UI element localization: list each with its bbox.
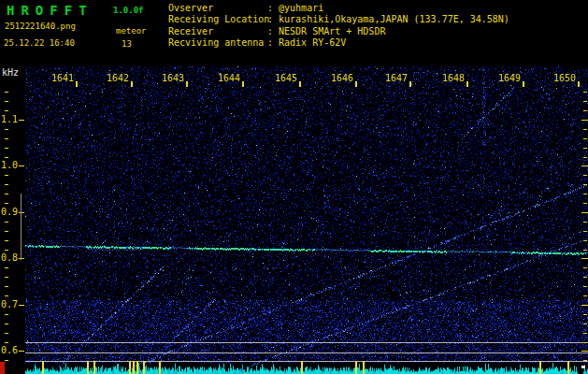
freq-minor-tick: [5, 92, 8, 93]
search-band-marker-line: [21, 194, 22, 260]
freq-minor-tick-right: [583, 138, 587, 139]
info-row-label: Ovserver: [168, 3, 267, 13]
freq-minor-tick: [5, 295, 8, 296]
freq-major-tick: [19, 212, 24, 213]
freq-minor-tick: [5, 286, 8, 287]
freq-axis-unit-label: kHz: [2, 67, 19, 78]
time-tick-label-1644: 1644: [208, 73, 240, 83]
freq-minor-tick-right: [583, 342, 587, 343]
time-tick-label-1649: 1649: [489, 73, 521, 83]
info-row-value: : kurashiki,Okayama,JAPAN (133.77E, 34.5…: [267, 14, 509, 24]
meteor-counter-label: meteor: [116, 26, 147, 36]
freq-minor-tick: [5, 360, 8, 361]
freq-minor-tick-right: [583, 92, 587, 93]
freq-minor-tick-right: [583, 129, 587, 130]
observation-datetime: 25.12.22 16:40: [4, 38, 75, 48]
freq-minor-tick-right: [583, 101, 587, 102]
freq-minor-tick-right: [583, 184, 587, 185]
freq-tick-label-1.1: 1.1: [0, 114, 18, 124]
freq-minor-tick-right: [583, 231, 587, 232]
freq-minor-tick-right: [583, 240, 587, 241]
freq-minor-tick: [5, 333, 8, 334]
freq-minor-tick-right: [583, 175, 587, 176]
freq-minor-tick: [5, 324, 8, 324]
time-tick: [76, 81, 78, 87]
time-tick-label-1641: 1641: [42, 73, 74, 83]
time-tick-label-1647: 1647: [376, 73, 408, 83]
time-tick: [131, 81, 133, 87]
freq-minor-tick-right: [583, 222, 587, 223]
info-row-label: Recviving antenna: [168, 37, 267, 48]
freq-minor-tick-right: [583, 333, 587, 334]
app-title: HROFFT: [7, 3, 93, 18]
freq-minor-tick: [5, 184, 8, 185]
meteor-counter-value: 13: [122, 39, 132, 49]
freq-minor-tick: [5, 101, 8, 102]
freq-major-tick-right: [581, 212, 588, 213]
time-tick-label-1643: 1643: [152, 73, 184, 83]
freq-minor-tick-right: [583, 148, 587, 149]
time-tick: [578, 81, 580, 87]
freq-minor-tick-right: [583, 277, 587, 278]
app-version: 1.0.0f: [113, 6, 144, 15]
info-row-value: : @yuhmari: [267, 3, 323, 13]
time-tick: [242, 81, 244, 87]
red-corner-mark: [0, 362, 5, 374]
hrofft-screen: { "titlebar": { "app_title": "HROFFT", "…: [0, 0, 588, 374]
freq-tick-label-0.8: 0.8: [0, 252, 18, 263]
time-tick-label-1650: 1650: [544, 73, 576, 83]
time-tick: [186, 81, 188, 87]
freq-major-tick: [19, 305, 24, 306]
freq-major-tick: [19, 351, 24, 352]
freq-minor-tick-right: [583, 194, 587, 194]
freq-minor-tick: [5, 231, 8, 232]
spectrogram-canvas: [25, 66, 588, 374]
info-row-recviving-antenna: Recviving antenna: Radix RY-62V: [168, 37, 346, 48]
freq-minor-tick-right: [583, 157, 587, 158]
freq-major-tick-right: [581, 120, 588, 121]
freq-minor-tick-right: [583, 110, 587, 111]
freq-major-tick: [19, 258, 24, 259]
freq-minor-tick: [5, 240, 8, 241]
time-tick: [409, 81, 411, 87]
freq-minor-tick-right: [583, 203, 587, 204]
freq-minor-tick: [5, 250, 8, 251]
time-tick: [523, 81, 524, 87]
freq-minor-tick-right: [583, 286, 587, 287]
freq-minor-tick: [5, 157, 8, 158]
freq-minor-tick: [5, 129, 8, 130]
info-row-receiving-location: Receiving Location: kurashiki,Okayama,JA…: [168, 14, 509, 24]
freq-minor-tick-right: [583, 250, 587, 251]
freq-minor-tick: [5, 222, 8, 223]
output-filename: 2512221640.png: [5, 22, 76, 31]
freq-minor-tick: [5, 203, 8, 204]
freq-tick-label-0.9: 0.9: [0, 207, 18, 217]
freq-minor-tick: [5, 110, 8, 111]
info-row-value: : NESDR SMArt + HDSDR: [267, 26, 385, 36]
time-tick: [355, 81, 357, 87]
freq-minor-tick-right: [583, 324, 587, 324]
info-row-receiver: Receiver: NESDR SMArt + HDSDR: [168, 26, 385, 36]
freq-minor-tick: [5, 194, 8, 194]
freq-minor-tick: [5, 277, 8, 278]
freq-minor-tick-right: [583, 267, 587, 268]
info-row-ovserver: Ovserver: @yuhmari: [168, 3, 323, 13]
freq-minor-tick: [5, 314, 8, 315]
time-tick: [299, 81, 301, 87]
freq-major-tick-right: [581, 305, 588, 306]
freq-tick-label-1.0: 1.0: [0, 160, 18, 170]
freq-minor-tick: [5, 342, 8, 343]
freq-major-tick: [19, 120, 24, 121]
time-tick-label-1642: 1642: [97, 73, 129, 83]
freq-minor-tick: [5, 138, 8, 139]
freq-minor-tick: [5, 148, 8, 149]
info-row-value: : Radix RY-62V: [267, 37, 346, 48]
freq-minor-tick: [5, 175, 8, 176]
time-tick-label-1646: 1646: [322, 73, 353, 83]
freq-major-tick-right: [581, 258, 588, 259]
info-row-label: Receiving Location: [168, 14, 267, 24]
freq-tick-label-0.7: 0.7: [0, 299, 18, 309]
freq-minor-tick-right: [583, 314, 587, 315]
time-tick: [466, 81, 468, 87]
freq-minor-tick: [5, 267, 8, 268]
